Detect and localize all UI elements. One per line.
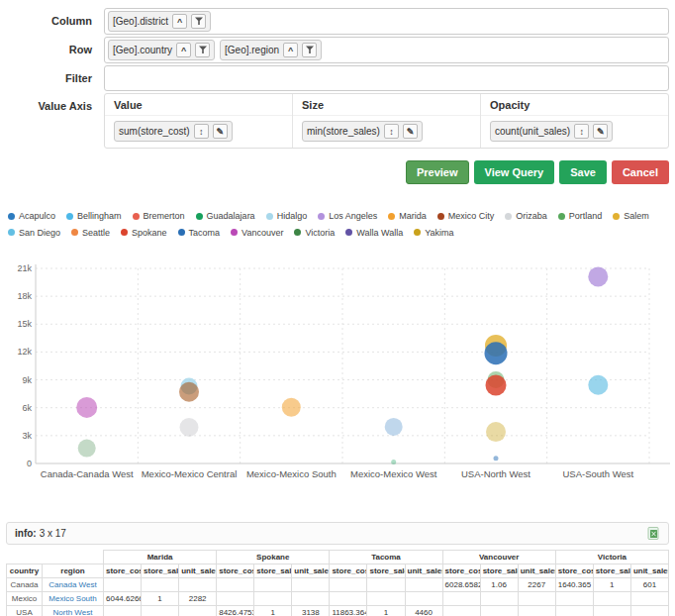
cancel-button[interactable]: Cancel: [612, 160, 669, 184]
aggregator-chip[interactable]: min(store_sales) ↕ ✎: [302, 121, 423, 142]
filter-button[interactable]: [302, 43, 317, 57]
legend-dot-icon: [196, 213, 203, 220]
edit-aggregator-button[interactable]: ✎: [593, 124, 608, 139]
measure-header: store_sales: [254, 565, 292, 578]
legend-item[interactable]: Hidalgo: [266, 208, 308, 224]
value-cell: 1: [142, 592, 179, 606]
legend-item[interactable]: Victoria: [294, 225, 335, 241]
y-tick-label: 12k: [17, 347, 32, 357]
column-dropzone[interactable]: [Geo].district ^: [104, 8, 669, 35]
edit-aggregator-button[interactable]: ✎: [213, 124, 228, 139]
measure-header: unit_sales: [405, 565, 442, 578]
x-category-label: Mexico-Mexico Central: [142, 468, 238, 479]
aggregator-select-button[interactable]: ↕: [194, 124, 209, 139]
chart-bubble[interactable]: Tacoma: [485, 342, 508, 364]
chart-bubble[interactable]: Orizaba: [180, 418, 199, 437]
save-button[interactable]: Save: [559, 160, 607, 184]
value-cell: [367, 578, 405, 592]
row-dropzone[interactable]: [Geo].country ^ [Geo].region ^: [104, 37, 669, 63]
legend-dot-icon: [414, 229, 421, 236]
collapse-button[interactable]: ^: [176, 43, 191, 57]
region-link[interactable]: North West: [53, 608, 93, 616]
legend-dot-icon: [345, 229, 352, 236]
region-cell: Mexico South: [43, 592, 104, 606]
legend-item[interactable]: Spokane: [121, 225, 167, 241]
legend-item[interactable]: Tacoma: [178, 225, 221, 241]
aggregator-chip[interactable]: count(unit_sales) ↕ ✎: [490, 121, 613, 142]
aggregator-select-button[interactable]: ↕: [384, 124, 399, 139]
legend-item[interactable]: Los Angeles: [318, 208, 377, 224]
funnel-icon: [195, 17, 203, 26]
chart-bubble[interactable]: Acapulco: [385, 418, 403, 436]
result-table-section: info:3 x 17 MaridaSpokaneTacomaVancouver…: [6, 522, 669, 616]
legend-dot-icon: [318, 213, 325, 220]
value-axis-slot-opacity: Opacity count(unit_sales) ↕ ✎: [481, 94, 668, 148]
chart-bubble[interactable]: Vancouver: [76, 397, 97, 418]
value-cell: [405, 592, 442, 606]
legend-item[interactable]: Marida: [388, 208, 427, 224]
region-link[interactable]: Canada West: [48, 580, 96, 589]
info-label: info:: [15, 528, 37, 539]
filter-button[interactable]: [191, 14, 206, 29]
chart-bubble[interactable]: Marida: [282, 398, 301, 417]
collapse-button[interactable]: ^: [172, 14, 187, 29]
legend-item[interactable]: Seattle: [71, 225, 110, 241]
legend-item[interactable]: Bremerton: [133, 208, 185, 224]
edit-icon: ✎: [216, 127, 224, 137]
value-cell: 8426.4753: [217, 606, 254, 616]
preview-button[interactable]: Preview: [406, 160, 469, 184]
value-cell: [217, 592, 254, 606]
legend-item[interactable]: Orizaba: [505, 208, 547, 224]
legend-item[interactable]: Walla Walla: [345, 225, 403, 241]
measure-header: store_sales: [480, 565, 518, 578]
aggregator-select-button[interactable]: ↕: [574, 124, 589, 139]
legend-item[interactable]: Guadalajara: [196, 208, 255, 224]
edit-icon: ✎: [407, 127, 415, 137]
aggregator-chip[interactable]: sum(store_cost) ↕ ✎: [114, 121, 233, 142]
legend-item[interactable]: San Diego: [8, 225, 60, 241]
filter-dropzone[interactable]: [104, 65, 669, 91]
filter-button[interactable]: [195, 43, 210, 57]
chart-bubble[interactable]: Yakima: [486, 422, 506, 442]
export-excel-button[interactable]: [647, 527, 660, 540]
x-category-label: Mexico-Mexico West: [350, 468, 437, 479]
legend-label: Orizaba: [516, 208, 547, 224]
chart-bubble[interactable]: Victoria: [78, 440, 96, 458]
row-dimension-header: country: [7, 565, 43, 578]
y-tick-label: 18k: [17, 291, 32, 301]
country-cell: Canada: [7, 578, 43, 592]
caret-up-icon: ^: [181, 46, 186, 55]
legend-item[interactable]: Acapulco: [8, 208, 55, 224]
legend-item[interactable]: Vancouver: [231, 225, 283, 241]
slot-title: Value: [105, 94, 292, 116]
city-group-header: Vancouver: [442, 551, 555, 565]
legend-item[interactable]: Mexico City: [437, 208, 495, 224]
legend-label: Spokane: [132, 225, 167, 241]
dimension-chip[interactable]: [Geo].district ^: [108, 11, 211, 32]
chart-bubble[interactable]: Guadalajara: [391, 460, 396, 464]
legend-item[interactable]: Yakima: [414, 225, 453, 241]
legend-item[interactable]: Salem: [613, 208, 649, 224]
legend-item[interactable]: Bellingham: [66, 208, 122, 224]
region-link[interactable]: Mexico South: [48, 594, 96, 603]
edit-aggregator-button[interactable]: ✎: [403, 124, 418, 139]
chart-bubble[interactable]: Los Angeles: [588, 266, 608, 286]
value-cell: [104, 578, 142, 592]
value-cell: [593, 606, 630, 616]
value-axis-slot-size: Size min(store_sales) ↕ ✎: [293, 94, 481, 148]
value-cell: 1: [593, 578, 630, 592]
slot-title: Size: [293, 94, 480, 116]
blank-header-cell: [7, 551, 104, 565]
chart-bubble[interactable]: Spokane: [486, 375, 507, 396]
legend-item[interactable]: Portland: [558, 208, 603, 224]
chart-bubble[interactable]: Mexico City: [179, 382, 199, 402]
collapse-button[interactable]: ^: [283, 43, 298, 57]
legend-dot-icon: [558, 213, 565, 220]
chart-bubble[interactable]: Bellingham: [494, 456, 499, 461]
chart-bubble[interactable]: San Diego: [588, 375, 608, 395]
dimension-chip[interactable]: [Geo].country ^: [108, 40, 215, 60]
dimension-chip[interactable]: [Geo].region ^: [220, 40, 322, 60]
caret-up-icon: ^: [177, 17, 182, 27]
view-query-button[interactable]: View Query: [474, 160, 555, 184]
value-cell: [330, 592, 367, 606]
